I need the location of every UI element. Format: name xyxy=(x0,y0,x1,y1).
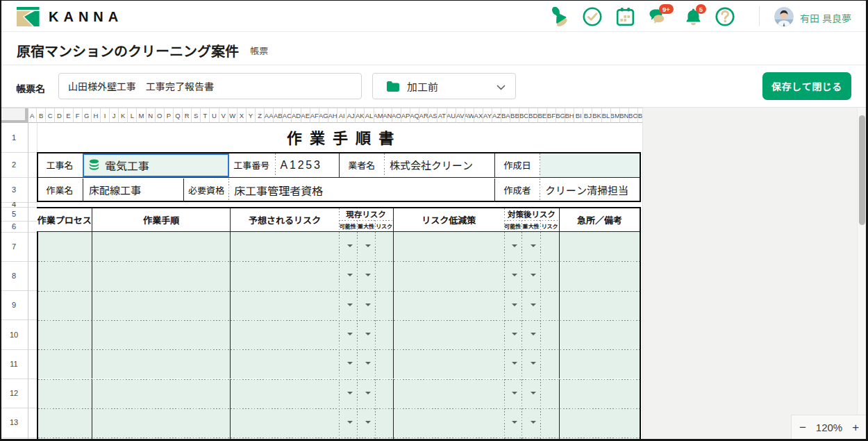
dropdown-arrow-icon[interactable] xyxy=(347,421,353,424)
dropdown-arrow-icon[interactable] xyxy=(512,362,517,365)
column-header-S[interactable]: S xyxy=(192,108,201,123)
risk-subheader-post-severity[interactable]: 重大性 xyxy=(521,220,540,231)
row-header-6[interactable]: 6 xyxy=(0,221,28,232)
risk-header-notes[interactable]: 急所／備考 xyxy=(559,208,640,232)
info-row-2-label[interactable]: 作成者 xyxy=(494,178,540,202)
column-header-BD[interactable]: BD xyxy=(529,108,538,123)
column-header-BB[interactable]: BB xyxy=(510,108,519,123)
info-row-2-value[interactable]: 床配線工事 xyxy=(83,178,183,202)
dropdown-arrow-icon[interactable] xyxy=(512,333,517,335)
column-header-AO[interactable]: AO xyxy=(392,108,401,123)
row-header-11[interactable]: 11 xyxy=(0,349,28,378)
column-header-AK[interactable]: AK xyxy=(356,108,365,123)
dropdown-arrow-icon[interactable] xyxy=(347,333,353,335)
info-row-2-value[interactable]: クリーン清掃担当 xyxy=(540,178,640,202)
column-header-AT[interactable]: AT xyxy=(437,108,446,123)
info-row-1-label[interactable]: 作成日 xyxy=(494,153,540,177)
column-header-AJ[interactable]: AJ xyxy=(347,108,356,123)
column-header-T[interactable]: T xyxy=(201,108,210,123)
column-header-W[interactable]: W xyxy=(228,108,237,123)
column-header-BN[interactable]: BN xyxy=(620,108,629,123)
dropdown-arrow-icon[interactable] xyxy=(512,274,517,276)
column-header-J[interactable]: J xyxy=(110,108,119,123)
dropdown-arrow-icon[interactable] xyxy=(512,392,517,394)
column-header-K[interactable]: K xyxy=(119,108,128,123)
column-header-AH[interactable]: AH xyxy=(328,108,337,123)
info-row-1-value[interactable]: A1253 xyxy=(275,153,339,177)
dropdown-arrow-icon[interactable] xyxy=(531,303,536,306)
dropdown-arrow-icon[interactable] xyxy=(365,392,371,394)
column-header-E[interactable]: E xyxy=(64,108,73,123)
column-header-G[interactable]: G xyxy=(83,108,92,123)
zoom-out-button[interactable]: − xyxy=(799,422,806,433)
zoom-in-button[interactable]: + xyxy=(852,422,859,433)
dropdown-arrow-icon[interactable] xyxy=(347,303,353,306)
column-header-BO[interactable]: BO xyxy=(629,108,638,123)
row-header-1[interactable]: 1 xyxy=(0,123,28,152)
dropdown-arrow-icon[interactable] xyxy=(531,421,536,424)
column-header-AI[interactable]: AI xyxy=(337,108,347,123)
column-header-X[interactable]: X xyxy=(237,108,247,123)
row-header-9[interactable]: 9 xyxy=(0,290,28,319)
column-header-AE[interactable]: AE xyxy=(301,108,310,123)
column-header-BI[interactable]: BI xyxy=(574,108,583,123)
folder-select[interactable]: 加工前 xyxy=(372,73,516,99)
column-header-A[interactable]: A xyxy=(28,108,37,123)
column-header-M[interactable]: M xyxy=(137,108,146,123)
risk-header-post-risk[interactable]: 対策後リスク xyxy=(504,208,559,221)
column-header-V[interactable]: V xyxy=(219,108,228,123)
check-circle-icon[interactable] xyxy=(583,7,602,26)
column-header-BJ[interactable]: BJ xyxy=(583,108,592,123)
column-header-BL[interactable]: BL xyxy=(602,108,611,123)
dropdown-arrow-icon[interactable] xyxy=(347,274,353,276)
dropdown-arrow-icon[interactable] xyxy=(347,362,353,365)
dropdown-arrow-icon[interactable] xyxy=(512,244,517,247)
column-header-BK[interactable]: BK xyxy=(592,108,601,123)
row-header-12[interactable]: 12 xyxy=(0,378,28,408)
info-row-1-label[interactable]: 業者名 xyxy=(339,153,384,177)
risk-header-reduction[interactable]: リスク低減策 xyxy=(393,208,504,232)
row-header-3[interactable]: 3 xyxy=(0,177,28,202)
column-header-BF[interactable]: BF xyxy=(547,108,556,123)
column-header-AD[interactable]: AD xyxy=(292,108,301,123)
column-header-R[interactable]: R xyxy=(183,108,192,123)
dropdown-arrow-icon[interactable] xyxy=(365,421,371,424)
column-header-AX[interactable]: AX xyxy=(474,108,483,123)
row-header-13[interactable]: 13 xyxy=(0,408,28,437)
dropdown-arrow-icon[interactable] xyxy=(531,274,536,276)
column-header-Y[interactable]: Y xyxy=(247,108,256,123)
column-header-BM[interactable]: BM xyxy=(611,108,620,123)
column-header-U[interactable]: U xyxy=(210,108,219,123)
risk-subheader-post-risk[interactable]: リスク xyxy=(540,220,559,231)
column-header-BH[interactable]: BH xyxy=(565,108,574,123)
row-header-2[interactable]: 2 xyxy=(0,152,28,177)
dropdown-arrow-icon[interactable] xyxy=(365,274,371,276)
column-header-I[interactable]: I xyxy=(101,108,110,123)
column-header-AV[interactable]: AV xyxy=(456,108,465,123)
risk-subheader-severity[interactable]: 重大性 xyxy=(357,220,376,231)
column-header-D[interactable]: D xyxy=(55,108,64,123)
risk-subheader-post-possibility[interactable]: 可能性 xyxy=(504,220,521,231)
user-name[interactable]: 有田 具良夢 xyxy=(800,11,851,25)
dropdown-arrow-icon[interactable] xyxy=(365,362,371,365)
chat-icon[interactable]: 9+ xyxy=(648,7,667,26)
dropdown-arrow-icon[interactable] xyxy=(347,244,353,247)
document-title[interactable]: 作業手順書 xyxy=(37,126,640,148)
selected-cell[interactable]: 電気工事 xyxy=(83,153,229,178)
dropdown-arrow-icon[interactable] xyxy=(531,362,536,365)
column-header-O[interactable]: O xyxy=(156,108,165,123)
dropdown-arrow-icon[interactable] xyxy=(531,244,536,247)
risk-header-steps[interactable]: 作業手順 xyxy=(92,208,230,232)
column-header-AZ[interactable]: AZ xyxy=(492,108,501,123)
column-header-F[interactable]: F xyxy=(74,108,83,123)
risk-header-process[interactable]: 作業プロセス xyxy=(37,208,92,232)
save-close-button[interactable]: 保存して閉じる xyxy=(762,72,851,100)
column-header-N[interactable]: N xyxy=(147,108,156,123)
column-header-AB[interactable]: AB xyxy=(274,108,283,123)
column-header-AU[interactable]: AU xyxy=(447,108,456,123)
column-header-AQ[interactable]: AQ xyxy=(410,108,419,123)
column-header-B[interactable]: B xyxy=(37,108,46,123)
dropdown-arrow-icon[interactable] xyxy=(365,303,371,306)
kanna-logo-icon[interactable] xyxy=(17,7,40,26)
column-header-L[interactable]: L xyxy=(128,108,137,123)
